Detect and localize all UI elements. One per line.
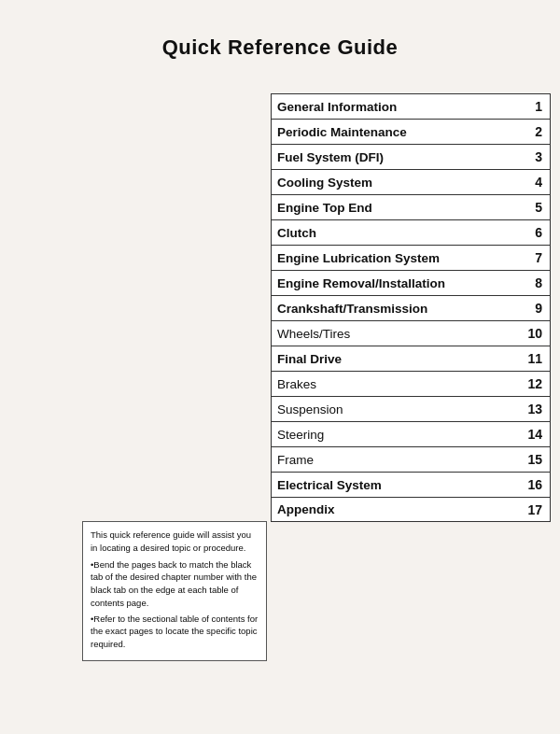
toc-label: Appendix bbox=[277, 502, 522, 516]
toc-row: Clutch6 bbox=[271, 219, 551, 245]
toc-label: Engine Top End bbox=[277, 201, 522, 215]
toc-label: General Information bbox=[277, 100, 522, 114]
toc-number: 2 bbox=[522, 124, 542, 139]
page: Quick Reference Guide General Informatio… bbox=[0, 0, 560, 734]
toc-number: 9 bbox=[522, 301, 542, 316]
toc-row: Periodic Maintenance2 bbox=[271, 119, 551, 144]
page-title: Quick Reference Guide bbox=[0, 0, 560, 77]
toc-number: 17 bbox=[522, 502, 542, 517]
toc-label: Clutch bbox=[277, 226, 522, 240]
toc-number: 7 bbox=[522, 250, 542, 265]
toc-row: Wheels/Tires10 bbox=[271, 320, 551, 346]
toc-label: Wheels/Tires bbox=[277, 327, 522, 341]
toc-number: 14 bbox=[522, 427, 542, 442]
toc-row: Appendix17 bbox=[271, 497, 551, 522]
toc-row: Brakes12 bbox=[271, 371, 551, 396]
toc-label: Brakes bbox=[277, 377, 522, 391]
toc-label: Electrical System bbox=[277, 478, 522, 492]
toc-label: Engine Lubrication System bbox=[277, 251, 522, 265]
toc-row: General Information1 bbox=[271, 93, 551, 119]
toc-number: 10 bbox=[522, 326, 542, 341]
toc-row: Electrical System16 bbox=[271, 472, 551, 497]
toc-number: 16 bbox=[522, 477, 542, 492]
toc-number: 11 bbox=[522, 351, 542, 366]
toc-number: 8 bbox=[522, 275, 542, 290]
toc-row: Engine Lubrication System7 bbox=[271, 245, 551, 270]
toc-number: 15 bbox=[522, 452, 542, 467]
toc-number: 12 bbox=[522, 376, 542, 391]
toc-label: Periodic Maintenance bbox=[277, 125, 522, 139]
toc-container: General Information1Periodic Maintenance… bbox=[271, 93, 551, 522]
toc-label: Cooling System bbox=[277, 176, 522, 190]
toc-row: Engine Top End5 bbox=[271, 194, 551, 219]
toc-number: 3 bbox=[522, 149, 542, 164]
info-box-line: •Bend the pages back to match the black … bbox=[91, 558, 259, 610]
info-box-line: This quick reference guide will assist y… bbox=[91, 529, 259, 555]
toc-number: 13 bbox=[522, 402, 542, 416]
toc-number: 5 bbox=[522, 200, 542, 215]
toc-row: Steering14 bbox=[271, 421, 551, 446]
info-box: This quick reference guide will assist y… bbox=[82, 521, 267, 661]
toc-number: 6 bbox=[522, 225, 542, 240]
toc-label: Crankshaft/Transmission bbox=[277, 302, 522, 316]
toc-row: Fuel System (DFI)3 bbox=[271, 144, 551, 169]
toc-row: Suspension13 bbox=[271, 396, 551, 421]
toc-label: Suspension bbox=[277, 402, 522, 416]
toc-label: Frame bbox=[277, 453, 522, 467]
toc-row: Frame15 bbox=[271, 446, 551, 472]
toc-row: Cooling System4 bbox=[271, 169, 551, 194]
toc-number: 4 bbox=[522, 175, 542, 190]
toc-label: Final Drive bbox=[277, 352, 522, 366]
toc-row: Engine Removal/Installation8 bbox=[271, 270, 551, 295]
toc-row: Crankshaft/Transmission9 bbox=[271, 295, 551, 320]
info-box-line: •Refer to the sectional table of content… bbox=[91, 613, 259, 651]
toc-number: 1 bbox=[522, 99, 542, 114]
toc-label: Fuel System (DFI) bbox=[277, 150, 522, 164]
toc-row: Final Drive11 bbox=[271, 346, 551, 371]
toc-label: Engine Removal/Installation bbox=[277, 276, 522, 290]
toc-label: Steering bbox=[277, 428, 522, 442]
